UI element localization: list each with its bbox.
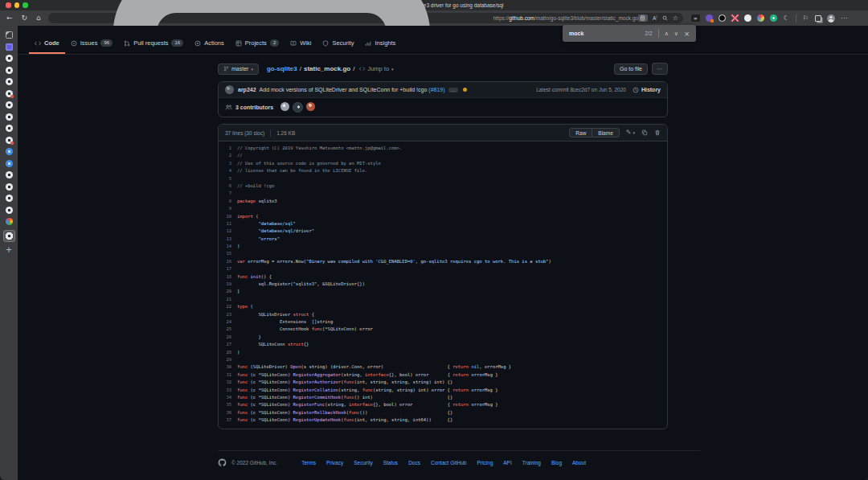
copy-raw-contents-button[interactable]: [641, 129, 648, 136]
tab-favicon[interactable]: [6, 160, 13, 167]
line-number[interactable]: 12: [219, 228, 237, 235]
active-tab-favicon[interactable]: [3, 230, 15, 242]
line-number[interactable]: 31: [219, 371, 237, 379]
edit-file-button[interactable]: ✎: [626, 129, 632, 136]
jump-to-button[interactable]: Jump to ▾: [359, 65, 393, 72]
contributor-avatar[interactable]: [293, 102, 303, 113]
line-number[interactable]: 33: [219, 387, 237, 394]
extension-collections-icon[interactable]: [815, 15, 821, 22]
github-tab-favicon[interactable]: [6, 113, 13, 121]
tab-issues[interactable]: Issues96: [65, 35, 118, 54]
latest-commit-text[interactable]: Latest commit 8cec2d7 on Jun 5, 2020: [536, 87, 626, 92]
github-tab-favicon[interactable]: [6, 55, 13, 62]
footer-link-privacy[interactable]: Privacy: [326, 460, 343, 466]
line-number[interactable]: 27: [219, 341, 237, 348]
github-tab-favicon[interactable]: [6, 195, 13, 202]
commit-message[interactable]: Add mock versions of SQLiteDriver and SQ…: [260, 87, 428, 92]
line-number[interactable]: 6: [219, 183, 237, 190]
line-number[interactable]: 30: [219, 363, 237, 371]
find-in-page-bar[interactable]: mock 2/2 ∧ ∨ ×: [563, 25, 696, 42]
extension-flag-icon[interactable]: ⚐: [802, 14, 809, 22]
line-number[interactable]: 35: [219, 401, 237, 408]
breadcrumb-repo-link[interactable]: go-sqlite3: [267, 65, 297, 72]
github-tab-favicon[interactable]: [6, 101, 13, 109]
pinned-tab-favicon[interactable]: [6, 43, 13, 51]
line-number[interactable]: 28: [219, 349, 237, 356]
tab-code[interactable]: Code: [29, 35, 65, 54]
line-number[interactable]: 8: [219, 198, 237, 205]
footer-link-status[interactable]: Status: [383, 460, 398, 466]
find-query-input[interactable]: mock: [569, 31, 583, 36]
line-number[interactable]: 2: [219, 152, 237, 159]
footer-link-docs[interactable]: Docs: [408, 460, 420, 466]
github-tab-favicon[interactable]: [6, 67, 13, 74]
line-number[interactable]: 29: [219, 356, 237, 363]
new-tab-button[interactable]: +: [6, 246, 12, 254]
tab-actions-icon[interactable]: [6, 31, 13, 39]
line-number[interactable]: 23: [219, 311, 237, 318]
line-number[interactable]: 22: [219, 303, 237, 310]
tab-security[interactable]: Security: [317, 35, 359, 54]
line-number[interactable]: 1: [219, 145, 237, 152]
extension-green-icon[interactable]: [770, 14, 777, 22]
line-number[interactable]: 24: [219, 318, 237, 326]
line-number[interactable]: 25: [219, 326, 237, 333]
commit-status-icon[interactable]: [463, 88, 467, 92]
commit-author-avatar[interactable]: [225, 85, 234, 94]
line-number[interactable]: 36: [219, 409, 237, 416]
blame-button[interactable]: Blame: [592, 128, 619, 137]
line-number[interactable]: 21: [219, 296, 237, 303]
find-close-button[interactable]: ×: [684, 30, 690, 38]
footer-link-api[interactable]: API: [503, 460, 511, 466]
favorites-star-icon[interactable]: ☆: [673, 15, 678, 22]
browser-menu-button[interactable]: ⋯: [841, 14, 848, 22]
more-options-button[interactable]: ⋯: [652, 63, 668, 75]
line-number[interactable]: 9: [219, 205, 237, 212]
line-number[interactable]: 20: [219, 288, 237, 295]
refresh-button[interactable]: ↻: [22, 14, 28, 22]
line-number[interactable]: 13: [219, 236, 237, 243]
branch-selector-button[interactable]: master ▾: [218, 64, 259, 75]
github-tab-favicon[interactable]: [6, 78, 13, 85]
zoom-icon[interactable]: [662, 15, 668, 21]
github-tab-favicon[interactable]: [6, 183, 13, 191]
github-tab-favicon[interactable]: [6, 171, 13, 178]
footer-link-contact-github[interactable]: Contact GitHub: [431, 460, 466, 466]
edit-dropdown-caret[interactable]: ▾: [633, 130, 635, 135]
github-tab-favicon[interactable]: [6, 125, 13, 132]
footer-link-security[interactable]: Security: [354, 460, 372, 466]
line-number[interactable]: 3: [219, 160, 237, 167]
contributor-avatar[interactable]: [280, 102, 289, 111]
commit-message-expand-button[interactable]: …: [448, 88, 458, 92]
profile-avatar[interactable]: [827, 14, 835, 23]
footer-link-about[interactable]: About: [572, 460, 586, 466]
tab-wiki[interactable]: Wiki: [285, 35, 317, 54]
line-number[interactable]: 5: [219, 175, 237, 183]
tab-projects[interactable]: Projects2: [230, 35, 285, 54]
line-number[interactable]: 37: [219, 416, 237, 424]
contributors-link[interactable]: 3 contributors: [235, 105, 273, 110]
raw-button[interactable]: Raw: [569, 128, 592, 137]
line-number[interactable]: 19: [219, 281, 237, 288]
find-previous-button[interactable]: ∧: [665, 30, 669, 38]
find-on-page-icon[interactable]: [638, 14, 648, 22]
minimize-window-button[interactable]: [14, 2, 20, 8]
history-button[interactable]: History: [633, 87, 661, 93]
close-window-button[interactable]: [6, 2, 11, 8]
tab-actions[interactable]: Actions: [189, 35, 230, 54]
line-number[interactable]: 10: [219, 213, 237, 220]
line-number[interactable]: 7: [219, 190, 237, 197]
home-button[interactable]: ⌂: [36, 14, 41, 22]
tab-insights[interactable]: Insights: [359, 35, 401, 54]
line-number[interactable]: 32: [219, 379, 237, 386]
line-number[interactable]: 18: [219, 273, 237, 281]
github-tab-favicon-notification[interactable]: [6, 90, 13, 97]
zoom-window-button[interactable]: [23, 2, 28, 8]
find-next-button[interactable]: ∨: [674, 30, 678, 38]
footer-link-blog[interactable]: Blog: [551, 460, 562, 466]
tab-favicon[interactable]: [6, 218, 13, 225]
extension-dark-icon[interactable]: [719, 14, 726, 22]
line-number[interactable]: 4: [219, 167, 237, 174]
extension-white-icon[interactable]: [744, 14, 751, 22]
line-number[interactable]: 26: [219, 334, 237, 341]
